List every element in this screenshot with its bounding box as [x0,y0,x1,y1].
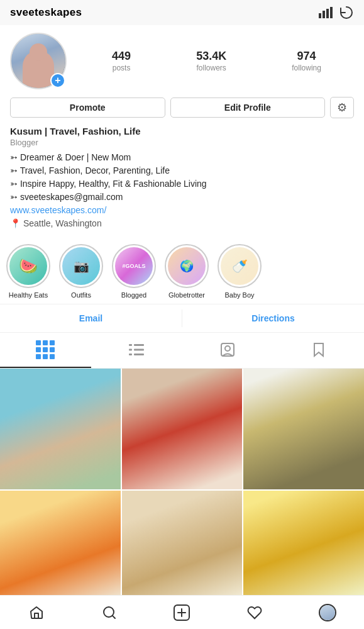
profile-top: + 449 posts 53.4K followers 974 followin… [10,33,354,89]
list-icon [129,343,144,357]
story-image-0 [9,247,47,285]
svg-rect-7 [129,349,132,351]
profile-section: + 449 posts 53.4K followers 974 followin… [0,25,364,118]
svg-rect-1 [323,11,325,18]
story-label-1: Outfits [71,291,91,299]
story-image-1 [62,247,100,285]
story-label-2: Blogged [121,291,146,299]
action-buttons: Promote Edit Profile ⚙ [10,97,354,118]
svg-line-13 [112,615,114,618]
bio-section: Kusum | Travel, Fashion, Life Blogger ➳ … [0,126,364,238]
bio-website[interactable]: www.sveeteskapes.com/ [10,204,354,217]
story-image-2 [115,247,153,285]
grid-cell-0[interactable] [0,369,121,489]
story-item-3[interactable]: Globetrotter [165,244,209,299]
tab-bookmark[interactable] [273,333,364,368]
bio-line-2: ➳ Travel, Fashion, Decor, Parenting, Lif… [10,164,354,177]
status-bar-icons [319,5,354,20]
svg-rect-6 [134,349,144,351]
story-circle-4 [218,244,262,288]
home-icon [29,605,44,620]
nav-new-post[interactable] [146,596,219,629]
add-button[interactable]: + [50,73,65,88]
svg-rect-2 [326,9,329,18]
tag-icon [221,343,234,357]
story-item-1[interactable]: Outfits [59,244,103,299]
signal-icon [319,7,333,18]
nav-profile[interactable] [291,596,364,629]
story-label-0: Healthy Eats [9,291,48,299]
followers-stat[interactable]: 53.4K followers [196,50,226,72]
story-item-4[interactable]: Baby Boy [218,244,262,299]
nav-activity[interactable] [218,596,291,629]
tab-grid[interactable] [0,333,91,368]
settings-button[interactable]: ⚙ [330,97,354,118]
story-item-2[interactable]: Blogged [112,244,156,299]
status-bar: sveeteskapes [0,0,364,25]
story-label-4: Baby Boy [224,291,254,299]
story-circle-1 [59,244,103,288]
location-icon: 📍 [10,218,23,228]
promote-button[interactable]: Promote [10,97,165,118]
profile-category: Blogger [10,138,354,147]
bookmark-icon [313,342,324,357]
svg-rect-8 [134,353,144,355]
bio-line-3: ➳ Inspire Happy, Healthy, Fit & Fashiona… [10,177,354,191]
grid-cell-2[interactable] [243,369,364,489]
grid-icon [36,340,55,359]
tab-list[interactable] [91,333,182,368]
email-button[interactable]: Email [0,304,182,332]
bottom-nav [0,595,364,629]
story-image-4 [221,247,258,285]
directions-button[interactable]: Directions [182,304,364,332]
story-image-3 [168,247,206,285]
bio-line-1: ➳ Dreamer & Doer | New Mom [10,151,354,164]
profile-name: Kusum | Travel, Fashion, Life [10,126,354,136]
svg-rect-9 [129,353,132,355]
gear-icon: ⚙ [337,101,347,114]
story-item-0[interactable]: Healthy Eats [6,244,50,299]
bio-location: 📍 Seattle, Washington [10,217,354,230]
status-bar-title: sveeteskapes [10,6,82,19]
contact-row: Email Directions [0,304,364,332]
svg-rect-3 [330,7,333,18]
following-stat[interactable]: 974 following [292,50,321,72]
edit-profile-button[interactable]: Edit Profile [170,97,326,118]
search-icon [102,605,117,620]
story-circle-2 [112,244,156,288]
grid-cell-5[interactable] [243,491,364,611]
story-label-3: Globetrotter [168,291,205,299]
svg-rect-4 [134,344,144,346]
svg-rect-5 [129,344,132,346]
heart-icon [247,605,262,620]
posts-stat[interactable]: 449 posts [112,50,131,72]
grid-cell-1[interactable] [122,369,243,489]
stats-row: 449 posts 53.4K followers 974 following [79,50,354,72]
story-circle-0 [6,244,50,288]
grid-cell-4[interactable] [122,491,243,611]
nav-home[interactable] [0,596,73,629]
stories-row: Healthy Eats Outfits Blogged Globetrotte… [0,238,364,304]
tab-tag[interactable] [182,333,273,368]
grid-cell-3[interactable] [0,491,121,611]
photo-grid [0,369,364,611]
avatar-container[interactable]: + [10,33,67,89]
bio-line-4: ➳ sveeteskapes@gmail.com [10,191,354,204]
svg-point-11 [225,346,230,351]
story-circle-3 [165,244,209,288]
tab-bar [0,333,364,369]
nav-search[interactable] [73,596,146,629]
refresh-icon[interactable] [339,5,354,20]
svg-rect-0 [319,13,321,18]
plus-icon [174,604,190,621]
